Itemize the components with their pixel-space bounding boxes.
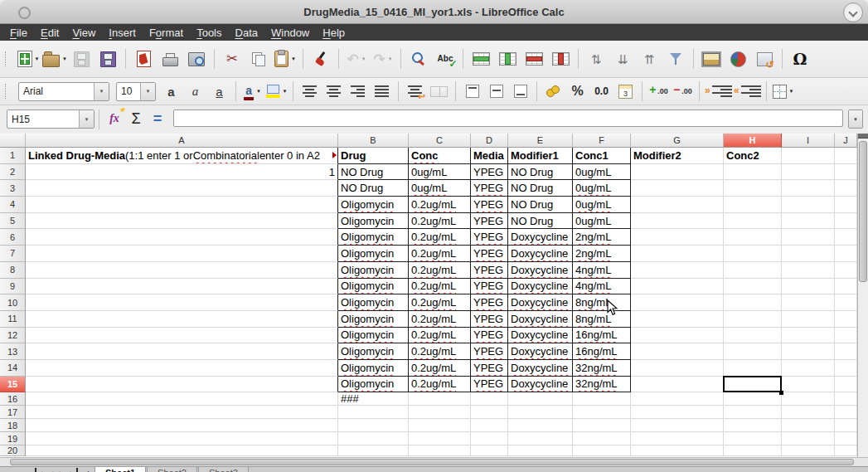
sort-ascending-button[interactable]: ⇈: [637, 47, 662, 71]
column-header-h[interactable]: H: [724, 134, 782, 148]
cell-c20[interactable]: [409, 445, 471, 456]
cell-c3[interactable]: 0ug/mL: [409, 180, 471, 197]
window-shade-button[interactable]: [843, 2, 863, 22]
first-sheet-button[interactable]: ◀: [35, 468, 46, 472]
cell-c19[interactable]: [409, 432, 471, 445]
row-header-3[interactable]: 3: [0, 180, 26, 197]
cell-c14[interactable]: 0.2ug/mL: [409, 360, 471, 377]
cell-d4[interactable]: YPEG: [471, 197, 508, 213]
cell-g17[interactable]: [631, 406, 724, 419]
cell-f13[interactable]: 16ng/mL: [573, 343, 631, 360]
cell-f12[interactable]: 16ng/mL: [573, 328, 631, 344]
cell-e4[interactable]: NO Drug: [508, 197, 573, 213]
borders-button[interactable]: ▼: [772, 81, 794, 101]
paste-dropdown[interactable]: ▼: [291, 56, 296, 61]
cell-i4[interactable]: [782, 197, 835, 213]
cell-h5[interactable]: [724, 213, 782, 230]
row-header-1[interactable]: 1: [0, 148, 26, 164]
equals-button[interactable]: =: [147, 109, 168, 128]
cell-i17[interactable]: [782, 406, 835, 419]
cell-i1[interactable]: [782, 148, 835, 164]
cell-c2[interactable]: 0ug/mL: [409, 164, 471, 181]
cell-i7[interactable]: [782, 246, 835, 262]
cell-b6[interactable]: Oligomycin: [338, 229, 409, 246]
delete-decimal-place-button[interactable]: .00: [672, 81, 694, 101]
cell-g8[interactable]: [631, 262, 724, 279]
cell-e18[interactable]: [508, 419, 573, 432]
cell-h1[interactable]: Conc2: [724, 148, 782, 164]
cell-f20[interactable]: [573, 445, 631, 456]
cell-j19[interactable]: [835, 432, 857, 445]
cell-b18[interactable]: [338, 419, 409, 432]
cell-b17[interactable]: [338, 406, 409, 419]
menu-file[interactable]: File: [3, 26, 34, 40]
cell-f15[interactable]: 32ng/mL: [573, 377, 631, 393]
currency-format-button[interactable]: [542, 81, 565, 101]
pivot-table-button[interactable]: [752, 47, 777, 71]
cell-a3[interactable]: [26, 180, 338, 197]
cell-b3[interactable]: NO Drug: [338, 180, 409, 197]
align-center-vertically-button[interactable]: [485, 81, 507, 101]
row-header-9[interactable]: 9: [0, 279, 26, 295]
cell-g10[interactable]: [631, 294, 724, 311]
align-right-button[interactable]: [347, 81, 369, 101]
align-justified-button[interactable]: [371, 81, 393, 101]
date-format-button[interactable]: 3: [614, 81, 637, 101]
tab-sheet1[interactable]: Sheet1: [95, 467, 146, 472]
row-header-14[interactable]: 14: [0, 360, 26, 377]
cell-g13[interactable]: [631, 343, 724, 360]
redo-button[interactable]: ↷▼: [371, 47, 395, 71]
font-name-dropdown[interactable]: ▼: [94, 83, 109, 100]
cell-c13[interactable]: 0.2ug/mL: [409, 343, 471, 360]
new-document-button[interactable]: ▼: [16, 47, 41, 71]
sort-descending-button[interactable]: ⇊: [610, 47, 635, 71]
cell-f17[interactable]: [573, 406, 631, 419]
font-size-combo[interactable]: 10▼: [116, 82, 156, 101]
column-header-b[interactable]: B: [338, 134, 409, 148]
cell-i20[interactable]: [782, 445, 835, 456]
underline-button[interactable]: a: [208, 81, 230, 101]
horizontal-scrollbar-thumb[interactable]: [10, 459, 854, 465]
cell-g1[interactable]: Modifier2: [631, 148, 724, 164]
cell-h7[interactable]: [724, 246, 782, 262]
copy-button[interactable]: [246, 47, 271, 71]
cell-a8[interactable]: [26, 262, 338, 279]
cell-g6[interactable]: [631, 229, 724, 246]
cell-i16[interactable]: [782, 392, 835, 406]
cell-f4[interactable]: 0ug/mL: [573, 197, 631, 213]
name-box-dropdown[interactable]: ▼: [79, 110, 94, 128]
paste-button[interactable]: ▼: [273, 47, 298, 71]
cell-c4[interactable]: 0.2ug/mL: [409, 197, 471, 213]
cell-h8[interactable]: [724, 262, 782, 279]
cell-g9[interactable]: [631, 279, 724, 295]
cell-h13[interactable]: [724, 343, 782, 360]
add-decimal-place-button[interactable]: .00: [647, 81, 670, 101]
previous-sheet-button[interactable]: ◀: [46, 468, 56, 472]
cell-f18[interactable]: [573, 419, 631, 432]
select-all-corner[interactable]: [0, 134, 26, 148]
align-top-button[interactable]: [461, 81, 483, 101]
cell-j9[interactable]: [835, 279, 857, 295]
cell-a18[interactable]: [26, 419, 338, 432]
cell-i13[interactable]: [782, 343, 835, 360]
menu-help[interactable]: Help: [316, 26, 352, 40]
cell-a12[interactable]: [26, 328, 338, 344]
insert-sheet-button[interactable]: +: [83, 468, 94, 472]
row-header-15[interactable]: 15: [0, 377, 26, 393]
cell-f6[interactable]: 2ng/mL: [573, 229, 631, 246]
cell-j8[interactable]: [835, 262, 857, 279]
cell-c17[interactable]: [409, 406, 471, 419]
column-header-i[interactable]: I: [782, 134, 835, 148]
cell-e14[interactable]: Doxycycline: [508, 360, 573, 377]
cell-c1[interactable]: Conc: [409, 148, 471, 164]
row-header-19[interactable]: 19: [0, 432, 26, 445]
cell-e17[interactable]: [508, 406, 573, 419]
align-bottom-button[interactable]: [509, 81, 531, 101]
cell-d12[interactable]: YPEG: [471, 328, 508, 344]
autofilter-button[interactable]: [663, 47, 688, 71]
cell-g4[interactable]: [631, 197, 724, 213]
cell-i14[interactable]: [782, 360, 835, 377]
insert-image-button[interactable]: [699, 47, 724, 71]
menu-window[interactable]: Window: [264, 26, 316, 40]
cell-j7[interactable]: [835, 246, 857, 262]
